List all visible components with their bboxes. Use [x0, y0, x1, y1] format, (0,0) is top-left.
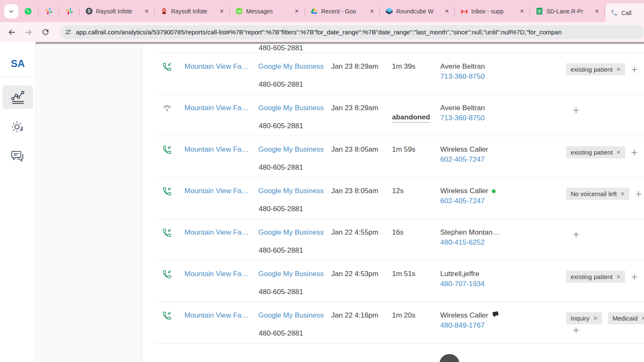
caller-phone-link[interactable]: 480-707-1934: [440, 280, 485, 288]
caller-phone-link[interactable]: 602-405-7247: [440, 197, 485, 205]
company-link[interactable]: Mountain View Fa…: [184, 145, 249, 154]
tab-title: Call: [621, 10, 644, 16]
tag[interactable]: No voicemail left×: [566, 188, 629, 200]
add-tag-button[interactable]: +: [631, 273, 638, 281]
back-button[interactable]: [3, 24, 20, 41]
whatsapp-icon: [24, 8, 32, 15]
tab-roundcube[interactable]: Roundcube W ×: [380, 3, 454, 19]
add-tag-button[interactable]: +: [573, 106, 579, 114]
call-list: 480-605-2881 Mountain View Fa… Google My…: [143, 42, 644, 362]
tab-title: Roundcube W: [396, 8, 440, 15]
source-link[interactable]: Google My Business: [258, 187, 324, 195]
tab-callrail-active[interactable]: Call: [605, 3, 644, 22]
tab-close-icon[interactable]: ×: [143, 7, 151, 16]
tag[interactable]: Medicaid×: [608, 312, 644, 324]
caller-phone-link[interactable]: 713-360-8750: [440, 72, 485, 81]
call-row[interactable]: Mountain View Fa… Google My Business 480…: [143, 95, 644, 136]
tab-close-icon[interactable]: ×: [293, 7, 301, 16]
sidebar-item-analytics[interactable]: [3, 85, 33, 109]
pinned-tab-slack-2[interactable]: [60, 4, 79, 19]
tag-label: Medicaid: [613, 315, 638, 322]
caller-phone-link[interactable]: 480-415-6252: [440, 238, 485, 247]
tag[interactable]: existing patient×: [566, 271, 625, 283]
call-row[interactable]: Mountain View Fa… Google My Business 480…: [143, 136, 644, 178]
call-row[interactable]: Mountain View Fa… Google My Business 480…: [143, 219, 644, 261]
google-drive-icon: [310, 8, 318, 15]
tab-separator: [530, 7, 530, 16]
tag-list: Inquiry× Medicaid×: [566, 312, 644, 324]
company-link[interactable]: Mountain View Fa…: [184, 270, 249, 278]
call-row[interactable]: Mountain View Fa… Google My Business 480…: [143, 53, 644, 95]
svg-text:S: S: [88, 9, 91, 13]
tab-raysoft-1[interactable]: S Raysoft Infote ×: [80, 3, 154, 19]
remove-tag-icon[interactable]: ×: [616, 273, 621, 281]
tag[interactable]: Inquiry×: [566, 312, 602, 324]
call-row[interactable]: Mountain View Fa… Google My Business 480…: [143, 302, 644, 344]
incoming-call-icon: [162, 269, 172, 281]
tab-inbox[interactable]: Inbox - supp ×: [455, 3, 529, 19]
tab-recent-google[interactable]: Recent - Goo ×: [305, 3, 379, 19]
sidebar-item-settings[interactable]: [3, 116, 33, 139]
call-row-partial[interactable]: 480-605-2881: [143, 42, 644, 53]
tab-close-icon[interactable]: ×: [368, 7, 376, 16]
tab-separator: [229, 7, 230, 16]
tab-separator: [38, 7, 39, 16]
tracking-number: 480-605-2881: [259, 288, 303, 296]
tab-separator: [79, 7, 80, 16]
source-link[interactable]: Google My Business: [258, 270, 324, 278]
company-link[interactable]: Mountain View Fa…: [184, 62, 249, 71]
source-link[interactable]: Google My Business: [258, 228, 324, 237]
incoming-call-icon: [162, 310, 172, 323]
caller-phone-link[interactable]: 713-360-8750: [440, 114, 485, 122]
caller-name: Wireless Caller: [440, 311, 499, 320]
add-tag-button[interactable]: +: [631, 148, 638, 157]
analytics-chart-icon: [11, 90, 25, 104]
company-link[interactable]: Mountain View Fa…: [184, 311, 249, 320]
pinned-tab-slack-1[interactable]: [39, 4, 58, 19]
company-link[interactable]: Mountain View Fa…: [184, 228, 249, 237]
company-link[interactable]: Mountain View Fa…: [184, 187, 249, 195]
tab-close-icon[interactable]: ×: [218, 7, 226, 16]
remove-tag-icon[interactable]: ×: [593, 314, 597, 323]
forward-button[interactable]: [20, 24, 37, 41]
tab-close-icon[interactable]: ×: [593, 7, 601, 16]
add-tag-button[interactable]: +: [573, 326, 579, 334]
caller-name: Averie Beltran: [440, 104, 485, 112]
tab-close-icon[interactable]: ×: [518, 7, 526, 16]
tab-search-button[interactable]: [4, 4, 18, 18]
browser-tab-strip: S Raysoft Infote × Raysoft Infote × up M…: [0, 0, 644, 22]
source-link[interactable]: Google My Business: [258, 62, 324, 71]
caller-phone-link[interactable]: 602-405-7247: [440, 155, 485, 164]
reload-icon: [41, 28, 50, 36]
source-link[interactable]: Google My Business: [258, 104, 324, 112]
tab-messages[interactable]: up Messages ×: [230, 3, 304, 19]
caller-phone-link[interactable]: 480-849-1767: [440, 321, 485, 330]
source-link[interactable]: Google My Business: [258, 311, 324, 320]
add-tag-button[interactable]: +: [631, 65, 638, 74]
remove-tag-icon[interactable]: ×: [621, 190, 625, 198]
call-row[interactable]: Mountain View Fa… Google My Business 480…: [143, 261, 644, 302]
remove-tag-icon[interactable]: ×: [616, 148, 621, 157]
call-row[interactable]: Mountain View Fa… Google My Business 480…: [143, 178, 644, 219]
account-logo[interactable]: SA: [0, 58, 36, 70]
company-link[interactable]: Mountain View Fa…: [184, 104, 249, 112]
add-tag-button[interactable]: +: [635, 190, 642, 198]
remove-tag-icon[interactable]: ×: [616, 65, 621, 74]
tracking-number: 480-605-2881: [259, 205, 303, 213]
tab-sheets[interactable]: SD-Lane.R-Pr ×: [530, 3, 604, 19]
note-icon: [492, 311, 499, 320]
sidebar-item-conversations[interactable]: [3, 145, 33, 168]
reload-button[interactable]: [37, 24, 54, 41]
source-link[interactable]: Google My Business: [258, 145, 324, 154]
remove-tag-icon[interactable]: ×: [641, 314, 644, 323]
tag[interactable]: existing patient×: [566, 63, 625, 75]
url-bar[interactable]: app.callrail.com/analytics/a/537900785/r…: [60, 25, 644, 39]
gear-lightning-icon: [10, 120, 26, 135]
tag-list: existing patient× +: [566, 271, 638, 283]
tracking-number: 480-605-2881: [259, 44, 303, 52]
tab-raysoft-2[interactable]: Raysoft Infote ×: [155, 3, 229, 19]
tag[interactable]: existing patient×: [566, 146, 625, 158]
pinned-tab-whatsapp[interactable]: [18, 4, 38, 19]
tab-close-icon[interactable]: ×: [443, 7, 451, 16]
add-tag-button[interactable]: +: [573, 230, 579, 239]
